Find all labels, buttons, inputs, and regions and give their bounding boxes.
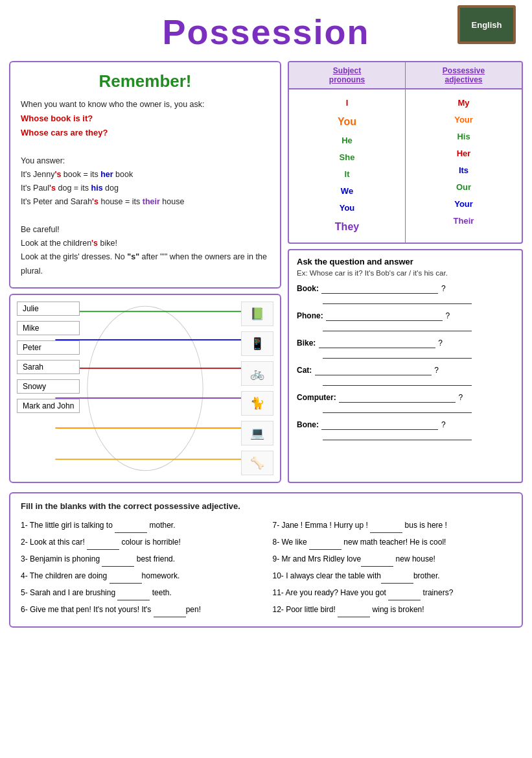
item-bone: 🦴 xyxy=(241,451,273,475)
remember-intro: When you want to know who the owner is, … xyxy=(21,98,270,112)
fill-item-9: 9- Mr and Mrs Ridley love new house! xyxy=(273,551,512,567)
fill-item-11: 11- Are you ready? Have you got trainers… xyxy=(273,585,512,600)
fill-item-5: 5- Sarah and I are brushing teeth. xyxy=(21,585,260,600)
example-1: It's Jenny's book = its her book xyxy=(21,168,270,182)
blackboard-decoration: English xyxy=(457,5,516,44)
poss-Their: Their xyxy=(410,213,518,230)
qa-box: Ask the question and answer Ex: Whose ca… xyxy=(288,249,523,483)
item-cat: 🐈 xyxy=(241,391,273,416)
possessive-header: Possessiveadjectives xyxy=(406,62,522,89)
qa-bike: Bike: ? xyxy=(297,337,514,359)
blank-4 xyxy=(110,574,142,584)
qa-line-bike-a xyxy=(323,349,472,359)
careful-label: Be careful! xyxy=(21,223,270,237)
poss-Her: Her xyxy=(410,145,518,162)
qa-qmark-bike: ? xyxy=(438,338,443,348)
matching-box: Julie Mike Peter Sarah Snowy Mark and Jo… xyxy=(9,294,281,483)
blank-12 xyxy=(338,608,370,617)
subject-col: I You He She It We You They xyxy=(289,89,406,243)
english-badge: English xyxy=(472,20,502,30)
qa-title: Ask the question and answer xyxy=(297,257,514,266)
qa-label-bike: Bike: xyxy=(297,338,316,348)
qa-line-computer-a xyxy=(323,404,472,413)
qa-line-computer-q xyxy=(339,394,456,403)
fill-item-4: 4- The children are doing homework. xyxy=(21,568,260,584)
qa-cat: Cat: ? xyxy=(297,364,514,386)
question-1: Whose book is it? xyxy=(21,112,270,126)
careful-line-2: Look at the girls' dresses. No "s" after… xyxy=(21,250,270,278)
pronoun-body: I You He She It We You They My Your His … xyxy=(289,89,522,243)
fill-item-12: 12- Poor little bird! wing is broken! xyxy=(273,602,512,617)
remember-title: Remember! xyxy=(21,71,270,91)
page-title: Possession xyxy=(0,12,532,52)
qa-bone: Bone: ? xyxy=(297,418,514,440)
blank-10 xyxy=(381,574,413,584)
answer-intro: You answer: xyxy=(21,154,270,168)
fill-grid: 1- The little girl is talking to mother.… xyxy=(21,517,511,619)
blank-2 xyxy=(87,541,119,550)
example-3: It's Peter and Sarah's house = its their… xyxy=(21,195,270,209)
fill-item-1: 1- The little girl is talking to mother. xyxy=(21,517,260,533)
remember-box: Remember! When you want to know who the … xyxy=(9,61,281,289)
fill-left-col: 1- The little girl is talking to mother.… xyxy=(21,517,260,619)
blank-3 xyxy=(102,558,134,567)
qa-phone: Phone: ? xyxy=(297,309,514,331)
blank-7 xyxy=(370,524,402,533)
pronoun-table: Subjectpronouns Possessiveadjectives I Y… xyxy=(288,61,523,244)
blank-1 xyxy=(115,524,147,533)
pronoun-You2: You xyxy=(293,200,401,217)
left-column: Remember! When you want to know who the … xyxy=(9,61,281,483)
remember-body: When you want to know who the owner is, … xyxy=(21,98,270,278)
qa-label-phone: Phone: xyxy=(297,311,323,320)
qa-line-bike-q xyxy=(319,339,435,348)
qa-label-computer: Computer: xyxy=(297,393,336,402)
poss-Your1: Your xyxy=(410,112,518,128)
blank-8 xyxy=(309,541,341,550)
qa-line-phone-a xyxy=(323,322,472,331)
blank-11 xyxy=(388,591,421,600)
name-snowy: Snowy xyxy=(17,379,80,394)
qa-qmark-computer: ? xyxy=(459,393,463,402)
items-column: 📗 📱 🚲 🐈 💻 🦴 xyxy=(241,302,273,475)
qa-line-bone-q xyxy=(321,421,438,430)
poss-Its: Its xyxy=(410,162,518,179)
pronoun-It: It xyxy=(293,166,401,183)
qa-example: Ex: Whose car is it? It's Bob's car / it… xyxy=(297,269,514,277)
fill-item-2: 2- Look at this car! colour is horrible! xyxy=(21,534,260,550)
qa-line-book-q xyxy=(321,285,438,294)
subject-header: Subjectpronouns xyxy=(289,62,406,89)
pronoun-She: She xyxy=(293,149,401,166)
pronoun-You1: You xyxy=(293,112,401,132)
pronoun-He: He xyxy=(293,132,401,149)
right-column: Subjectpronouns Possessiveadjectives I Y… xyxy=(288,61,523,483)
svg-point-0 xyxy=(87,306,203,470)
qa-line-cat-q xyxy=(315,366,432,375)
name-sarah: Sarah xyxy=(17,360,80,374)
possessive-col: My Your His Her Its Our Your Their xyxy=(406,89,522,243)
question-2: Whose cars are they? xyxy=(21,126,270,140)
names-column: Julie Mike Peter Sarah Snowy Mark and Jo… xyxy=(17,302,80,475)
poss-My: My xyxy=(410,95,518,112)
qa-line-cat-a xyxy=(323,377,472,386)
pronoun-I: I xyxy=(293,95,401,112)
name-mark-john: Mark and John xyxy=(17,399,80,413)
fill-item-6: 6- Give me that pen! It's not yours! It'… xyxy=(21,602,260,617)
main-content: Remember! When you want to know who the … xyxy=(0,57,532,487)
fill-section: Fill in the blanks with the correct poss… xyxy=(9,492,523,628)
qa-label-cat: Cat: xyxy=(297,366,312,375)
matching-inner: Julie Mike Peter Sarah Snowy Mark and Jo… xyxy=(17,302,273,475)
careful-line-1: Look at the children's bike! xyxy=(21,237,270,250)
qa-line-bone-a xyxy=(323,431,472,440)
qa-qmark-book: ? xyxy=(441,284,446,293)
fill-item-8: 8- We like new math teacher! He is cool! xyxy=(273,534,512,550)
name-peter: Peter xyxy=(17,340,80,355)
qa-qmark-bone: ? xyxy=(441,420,446,429)
qa-qmark-phone: ? xyxy=(446,311,450,320)
blank-9 xyxy=(361,558,393,567)
fill-title: Fill in the blanks with the correct poss… xyxy=(21,501,511,511)
page-header: Possession English xyxy=(0,0,532,57)
blank-5 xyxy=(117,591,150,600)
fill-right-col: 7- Jane ! Emma ! Hurry up ! bus is here … xyxy=(273,517,512,619)
fill-item-10: 10- I always clear the table withbrother… xyxy=(273,568,512,584)
item-bike: 🚲 xyxy=(241,361,273,386)
